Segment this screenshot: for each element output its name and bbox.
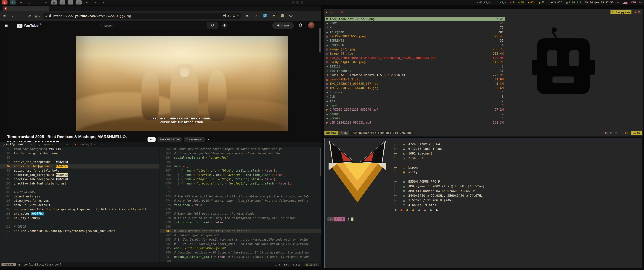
pane-divider[interactable] <box>160 147 160 262</box>
file-row[interactable]: ▰Telegram205 <box>325 30 505 34</box>
net-up[interactable]: ↑4 KB/s <box>494 1 506 4</box>
filter-chip[interactable]: Tomorrowland <box>184 137 205 142</box>
mic-button[interactable] <box>221 22 228 29</box>
file-row[interactable]: ▨free-icon-bot-7167276.png7,4K <box>325 17 505 21</box>
workspace-chat[interactable]: ❝ <box>35 0 40 5</box>
chips-more-icon[interactable]: › <box>208 137 209 142</box>
fm-tab-x[interactable]: 2 X <box>633 10 642 14</box>
editor-tab-kitty.conf[interactable]: ▢kitty.conf✕ <box>0 142 36 147</box>
video-player[interactable]: BECOME A MEMBER OF THE CHANNEL CHECK OUT… <box>76 36 288 131</box>
create-button[interactable]: + Create <box>272 22 294 29</box>
file-row[interactable]: ▰Cursors4 <box>325 90 505 94</box>
shell-prompt[interactable]: ~ 1.57 $ <box>328 217 354 221</box>
file-row[interactable]: ▰mp377 <box>325 99 505 103</box>
file-row[interactable]: ▰1231132 <box>325 64 505 69</box>
workspace-terminal[interactable]: ❯_ <box>10 0 16 5</box>
screenshot-extension-icon[interactable]: x <box>272 14 276 18</box>
ghost-indicator[interactable]: ∩0 <box>510 1 514 4</box>
file-row[interactable]: ▧Lens-FREE-1.3.zip32,9M <box>325 77 505 82</box>
guide-menu-icon[interactable]: ☰ <box>4 23 8 28</box>
workspace-media[interactable]: ▦ <box>51 0 57 5</box>
keepass-extension-icon[interactable] <box>263 14 267 18</box>
reader-mode-icon[interactable]: ▤ ▾ <box>33 14 42 18</box>
url-text[interactable]: https://www.youtube.com/watch?v=5b8A-jgx… <box>53 14 221 18</box>
file-row[interactable]: ▶VID_20241130_092551.mp4151,3M <box>325 120 505 125</box>
reload-icon[interactable]: ⟳ <box>25 14 33 18</box>
browser-tab[interactable]: ▶ <box>2 6 50 11</box>
downloads-icon[interactable] <box>245 14 249 18</box>
tray-icon[interactable] <box>292 1 294 4</box>
workspace-kitty[interactable]: ω <box>18 0 24 5</box>
workspace-files[interactable]: ❏ <box>26 0 32 5</box>
file-row[interactable]: ▰000-razobrat10 <box>325 69 505 73</box>
reading-list-icon[interactable] <box>254 14 258 18</box>
file-row[interactable]: ▨GkC0yLaXgAAP-H2.jpeg112,2K <box>325 60 505 64</box>
vpn-status[interactable]: VPN: ON <box>631 1 642 4</box>
volume[interactable]: ◀87% <box>528 1 535 4</box>
rss-icon[interactable] <box>222 14 226 18</box>
temperature[interactable]: ♨+43.0°C <box>548 1 562 4</box>
editor-pane-kitty-conf[interactable]: 93#tab_bar_background #16161694tab_bar_m… <box>0 147 160 262</box>
search-input[interactable]: Search <box>100 22 208 29</box>
file-row[interactable]: ▯MiniFuse1_Firmware_Update_1_5_0_212_win… <box>325 73 505 77</box>
chevrons[interactable]: » <box>92 0 98 5</box>
tray-icon[interactable] <box>296 1 299 4</box>
tab-close-icon[interactable]: ✕ <box>31 143 32 146</box>
translate-icon[interactable]: A文 <box>228 14 231 18</box>
file-row[interactable]: ▰sound2 <box>325 112 505 116</box>
clock-date[interactable]: Пн 24 фев 15:37:57 <box>585 1 614 4</box>
file-row[interactable]: ▰Пингвины16 <box>325 43 505 47</box>
filter-chip[interactable]: All <box>148 137 156 142</box>
memory[interactable]: ▤8,14 GiB <box>566 1 581 4</box>
file-row[interactable]: ▨GkFPR-GXUAACWSS.jpeg128,4K <box>325 34 505 38</box>
filter-chip[interactable]: From iNEGATIVE <box>158 137 182 142</box>
youtube-logo[interactable]: ▶ YouTube RU <box>17 24 42 28</box>
back-icon[interactable]: ‹ <box>8 14 17 18</box>
url-bar[interactable]: ◈ https://www.youtube.com/watch?v=5b8A-j… <box>43 13 241 19</box>
file-row[interactable]: ▰VBOX45 <box>325 21 505 26</box>
code-line: 273# The RSS icon will be shown if (1) i… <box>160 194 322 199</box>
search-button[interactable] <box>207 22 218 29</box>
file-row[interactable]: ▰X79 <box>325 26 505 30</box>
file-row[interactable]: ▰gomuks10 <box>325 116 505 120</box>
menu-icon[interactable]: ≡ <box>0 14 8 18</box>
editor-tab-config.toml[interactable]: Tconfig.toml✕ <box>71 142 107 147</box>
file-row[interactable]: ▨IMG_20250128_091825_007.jpg5,1M <box>325 82 505 86</box>
file-row[interactable]: ▨image (17).jpg236,7K <box>325 47 505 51</box>
signal-bars-icon[interactable]: ▂▄▆ <box>623 1 627 4</box>
workspace-activity[interactable]: ∿ <box>84 0 90 5</box>
file-row[interactable]: ▰OLD0 <box>325 94 505 99</box>
workspace-arch[interactable]: ▲ <box>2 0 8 5</box>
file-row[interactable]: ▶Q_VIDEO_20241220_085546.mp497,2M <box>325 107 505 112</box>
editor-pane-config-toml[interactable]: 262# Learn how to create these images in… <box>160 147 322 262</box>
notifications-bell-icon[interactable] <box>298 23 302 29</box>
tilde[interactable]: ~ <box>101 0 106 5</box>
privacy-extension-icon[interactable] <box>280 14 284 18</box>
net-down[interactable]: ↓43 KB/s <box>477 1 490 4</box>
tray-icon[interactable] <box>301 1 303 4</box>
workspace-downloads[interactable]: ↧ <box>60 0 65 5</box>
workspace-windows[interactable]: ⊞ <box>43 0 49 5</box>
browser-scrollbar[interactable] <box>320 28 321 53</box>
notification-bell-icon[interactable]: ⍾ <box>617 1 619 4</box>
file-row[interactable]: ▰Буря0 <box>325 103 505 107</box>
file-row[interactable]: ▨image (8).jpg212,4K <box>325 51 505 56</box>
bookmark-icon[interactable] <box>233 14 235 18</box>
extensions-puzzle-icon[interactable] <box>289 14 293 18</box>
file-row[interactable]: ▰TORRENTS35 <box>325 38 505 43</box>
urlbar-dropdown-icon[interactable]: ▼ <box>237 15 238 17</box>
workspace-hash[interactable]: # <box>68 0 74 5</box>
editor-scrollbar[interactable] <box>320 148 321 176</box>
workspace-list[interactable]: ≣ <box>76 0 82 5</box>
editor-tab-bspwmrc[interactable]: ▢bspwmrc✕ <box>36 142 71 147</box>
cpu-usage[interactable]: ▦5% <box>539 1 544 4</box>
account-avatar[interactable] <box>308 22 314 29</box>
forward-icon[interactable]: › <box>17 14 25 18</box>
fm-tab-downloads[interactable]: 1 Загрузки <box>610 10 632 14</box>
tab-close-icon[interactable]: ✕ <box>66 143 68 146</box>
tab-close-icon[interactable]: ✕ <box>102 143 104 146</box>
shield-icon[interactable]: ◈ <box>45 14 47 18</box>
file-row[interactable]: ▨IMG_20250123_164440_015.jpg3,6M <box>325 86 505 90</box>
file-row[interactable]: ▤oth_A_ardor-gaming-wakizashi_instrukcia… <box>325 56 505 60</box>
keyboard-layout[interactable]: ⌨EN <box>518 1 524 4</box>
